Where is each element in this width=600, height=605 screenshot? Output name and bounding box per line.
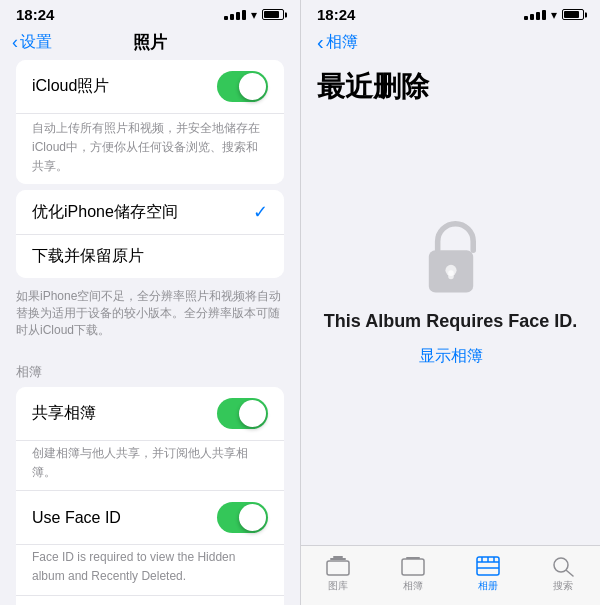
svg-line-15 (566, 570, 573, 576)
lock-icon (415, 217, 487, 297)
shared-row: 共享相簿 (16, 387, 284, 441)
left-back-button[interactable]: ‹ 设置 (12, 32, 52, 53)
tab-albums-label: 相簿 (403, 579, 423, 593)
right-panel: 18:24 ▾ ‹ 相簿 最近删除 (300, 0, 600, 605)
wifi-icon: ▾ (251, 8, 257, 22)
icloud-toggle-knob (239, 73, 266, 100)
faceid-row: Use Face ID (16, 491, 284, 545)
svg-point-14 (554, 558, 568, 572)
download-label: 下载并保留原片 (32, 246, 144, 267)
shared-label: 共享相簿 (32, 403, 207, 424)
tab-search-label: 搜索 (553, 579, 573, 593)
shared-desc-block: 创建相簿与他人共享，并订阅他人共享相簿。 (16, 441, 284, 492)
icloud-row: iCloud照片 (16, 60, 284, 114)
right-back-label: 相簿 (326, 32, 358, 53)
optimize-row[interactable]: 优化iPhone储存空间 ✓ (16, 190, 284, 235)
tab-search[interactable]: 搜索 (525, 555, 600, 593)
right-content: This Album Requires Face ID. 显示相簿 图库 (301, 118, 600, 605)
right-status-bar: 18:24 ▾ (301, 0, 600, 27)
right-signal-icon (524, 10, 546, 20)
tab-foryou[interactable]: 相册 (451, 555, 526, 593)
left-status-icons: ▾ (224, 8, 284, 22)
shared-toggle-knob (239, 400, 266, 427)
left-status-bar: 18:24 ▾ (0, 0, 300, 27)
svg-rect-6 (402, 559, 424, 575)
battery-icon (262, 9, 284, 20)
foryou-icon (476, 555, 500, 577)
right-status-time: 18:24 (317, 6, 355, 23)
albums-icon (401, 555, 425, 577)
tab-library[interactable]: 图库 (301, 555, 376, 593)
faceid-label: Use Face ID (32, 509, 207, 527)
faceid-row-text: Use Face ID (32, 509, 217, 527)
icloud-card: iCloud照片 自动上传所有照片和视频，并安全地储存在iCloud中，方便你从… (16, 60, 284, 184)
optimize-check-icon: ✓ (253, 201, 268, 223)
signal-icon (224, 10, 246, 20)
lock-svg-icon (415, 217, 487, 297)
left-content: iCloud照片 自动上传所有照片和视频，并安全地储存在iCloud中，方便你从… (0, 60, 300, 605)
left-back-label: 设置 (20, 32, 52, 53)
faceid-desc-block: Face ID is required to view the Hidden a… (16, 545, 284, 596)
left-nav-bar: ‹ 设置 照片 (0, 27, 300, 60)
download-row[interactable]: 下载并保留原片 (16, 235, 284, 278)
right-back-button[interactable]: ‹ 相簿 (317, 31, 358, 54)
faceid-toggle[interactable] (217, 502, 268, 533)
icloud-toggle[interactable] (217, 71, 268, 102)
tab-library-label: 图库 (328, 579, 348, 593)
optimize-card: 优化iPhone储存空间 ✓ 下载并保留原片 (16, 190, 284, 278)
library-icon (326, 555, 350, 577)
tab-foryou-label: 相册 (478, 579, 498, 593)
icloud-row-text: iCloud照片 (32, 76, 217, 97)
section-header: 相簿 (0, 347, 300, 387)
back-chevron-icon: ‹ (12, 32, 18, 53)
shared-row-text: 共享相簿 (32, 403, 217, 424)
shared-toggle[interactable] (217, 398, 268, 429)
right-back-chevron-icon: ‹ (317, 31, 324, 54)
hidden-row: 显示"已隐藏"相簿 (16, 596, 284, 605)
icloud-desc-block: 自动上传所有照片和视频，并安全地储存在iCloud中，方便你从任何设备浏览、搜索… (16, 114, 284, 184)
svg-rect-3 (327, 561, 349, 575)
svg-rect-4 (330, 558, 346, 560)
icloud-label: iCloud照片 (32, 76, 207, 97)
right-status-icons: ▾ (524, 8, 584, 22)
left-status-time: 18:24 (16, 6, 54, 23)
right-wifi-icon: ▾ (551, 8, 557, 22)
left-panel: 18:24 ▾ ‹ 设置 照片 iCloud照片 (0, 0, 300, 605)
svg-rect-2 (448, 270, 454, 279)
right-battery-icon (562, 9, 584, 20)
download-desc: 如果iPhone空间不足，全分辨率照片和视频将自动替换为适用于设备的较小版本。全… (0, 284, 300, 346)
faceid-desc: Face ID is required to view the Hidden a… (32, 550, 235, 583)
tab-albums[interactable]: 相簿 (376, 555, 451, 593)
right-nav-bar: ‹ 相簿 (301, 27, 600, 60)
unlock-link[interactable]: 显示相簿 (419, 346, 483, 367)
shared-desc: 创建相簿与他人共享，并订阅他人共享相簿。 (32, 446, 248, 479)
svg-rect-7 (406, 557, 420, 559)
faceid-toggle-knob (239, 504, 266, 531)
lock-title: This Album Requires Face ID. (324, 311, 577, 332)
optimize-label: 优化iPhone储存空间 (32, 202, 178, 223)
left-nav-title: 照片 (133, 31, 167, 54)
shared-card: 共享相簿 创建相簿与他人共享，并订阅他人共享相簿。 Use Face ID Fa (16, 387, 284, 605)
lock-container: This Album Requires Face ID. 显示相簿 (301, 118, 600, 545)
svg-rect-5 (333, 556, 343, 558)
right-page-title: 最近删除 (301, 60, 600, 118)
search-icon (551, 555, 575, 577)
icloud-desc: 自动上传所有照片和视频，并安全地储存在iCloud中，方便你从任何设备浏览、搜索… (32, 121, 260, 173)
tab-bar: 图库 相簿 相册 (301, 545, 600, 605)
